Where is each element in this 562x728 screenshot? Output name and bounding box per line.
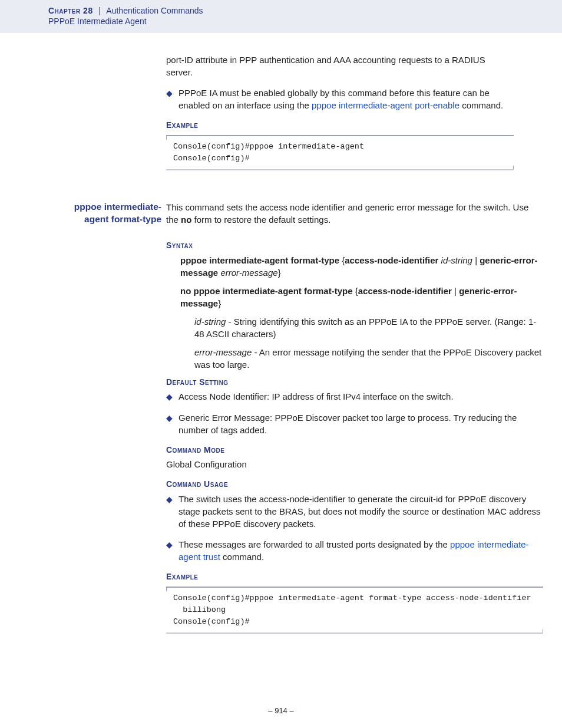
usage-text-2: These messages are forwarded to all trus… xyxy=(178,538,543,563)
diamond-bullet-icon: ◆ xyxy=(166,390,178,403)
example-heading: Example xyxy=(166,120,514,131)
syn1-sep: | xyxy=(472,255,480,265)
syn1-brace-open: { xyxy=(339,255,345,265)
intro-main: port-ID attribute in PPP authentication … xyxy=(166,54,514,181)
intro-row: port-ID attribute in PPP authentication … xyxy=(48,54,514,181)
default-setting-heading: Default Setting xyxy=(166,377,543,388)
default-bullet-2: ◆ Generic Error Message: PPPoE Discover … xyxy=(166,411,543,436)
code-example-2: Console(config)#pppoe intermediate-agent… xyxy=(166,587,543,634)
syntax-def-1: id-string - String identifying this swit… xyxy=(180,315,543,340)
usage-bullet-1: ◆ The switch uses the access-node-identi… xyxy=(166,493,543,530)
syn1-cmd: pppoe intermediate-agent format-type xyxy=(180,255,339,265)
command-mode-heading: Command Mode xyxy=(166,444,543,456)
diamond-bullet-icon: ◆ xyxy=(166,87,178,111)
syn1-arg1: id-string xyxy=(441,255,472,265)
def1-text: - String identifying this switch as an P… xyxy=(194,317,536,339)
intro-bullet: ◆ PPPoE IA must be enabled globally by t… xyxy=(166,87,514,111)
chapter-label: Chapter 28 xyxy=(48,6,93,15)
page: Chapter 28 | Authentication Commands PPP… xyxy=(0,0,562,728)
page-footer: – 914 – xyxy=(0,706,562,715)
syn2-brace-close: } xyxy=(218,298,221,308)
syntax-heading: Syntax xyxy=(166,240,543,252)
def2-term: error-message xyxy=(194,347,252,357)
desc-post: form to restore the default settings. xyxy=(191,215,330,225)
usage-text-1: The switch uses the access-node-identifi… xyxy=(178,493,543,530)
syntax-block: pppoe intermediate-agent format-type {ac… xyxy=(166,254,543,371)
code-example-1: Console(config)#pppoe intermediate-agent… xyxy=(166,135,514,171)
syn2-cmd: no pppoe intermediate-agent format-type xyxy=(180,286,353,296)
intro-paragraph: port-ID attribute in PPP authentication … xyxy=(166,54,514,78)
syntax-def-2: error-message - An error message notifyi… xyxy=(180,346,543,371)
default-bullet-1: ◆ Access Node Identifier: IP address of … xyxy=(166,390,543,403)
diamond-bullet-icon: ◆ xyxy=(166,538,178,563)
syntax-line-2: no pppoe intermediate-agent format-type … xyxy=(180,285,543,309)
def1-term: id-string xyxy=(194,317,226,327)
bullet-text-post: command. xyxy=(459,100,503,110)
page-header: Chapter 28 | Authentication Commands PPP… xyxy=(0,0,562,34)
usage-bullet-2: ◆ These messages are forwarded to all tr… xyxy=(166,538,543,563)
example2-heading: Example xyxy=(166,571,543,583)
default-text-2: Generic Error Message: PPPoE Discover pa… xyxy=(178,411,543,436)
command-name-line2: agent format-type xyxy=(48,213,161,226)
command-description: This command sets the access node identi… xyxy=(166,201,543,226)
default-text-1: Access Node Identifier: IP address of fi… xyxy=(178,390,454,403)
bullet-text: PPPoE IA must be enabled globally by thi… xyxy=(178,87,514,111)
command-usage-heading: Command Usage xyxy=(166,479,543,490)
content-area: port-ID attribute in PPP authentication … xyxy=(0,34,562,644)
desc-bold: no xyxy=(181,215,191,225)
usage2-post: command. xyxy=(220,552,264,562)
syn2-sep: | xyxy=(452,286,459,296)
syn1-opt1: access-node-identifier xyxy=(345,255,438,265)
syntax-line-1: pppoe intermediate-agent format-type {ac… xyxy=(180,254,543,279)
syn2-opt1: access-node-identifier xyxy=(358,286,452,296)
syn2-brace-open: { xyxy=(353,286,358,296)
usage2-pre: These messages are forwarded to all trus… xyxy=(178,539,450,549)
syn1-brace-close: } xyxy=(278,268,281,278)
header-separator: | xyxy=(95,6,105,15)
spacer xyxy=(48,181,514,201)
diamond-bullet-icon: ◆ xyxy=(166,493,178,530)
header-line-1: Chapter 28 | Authentication Commands xyxy=(48,6,562,15)
command-name-line1: pppoe intermediate- xyxy=(48,201,161,213)
command-gutter: pppoe intermediate- agent format-type xyxy=(48,201,166,226)
command-row: pppoe intermediate- agent format-type Th… xyxy=(48,201,514,644)
command-main: This command sets the access node identi… xyxy=(166,201,543,644)
diamond-bullet-icon: ◆ xyxy=(166,411,178,436)
link-pppoe-port-enable[interactable]: pppoe intermediate-agent port-enable xyxy=(312,100,459,110)
command-mode-text: Global Configuration xyxy=(166,458,543,470)
syn1-arg2: error-message xyxy=(220,268,277,278)
header-title: Authentication Commands xyxy=(106,6,203,15)
header-subtitle: PPPoE Intermediate Agent xyxy=(48,17,562,26)
